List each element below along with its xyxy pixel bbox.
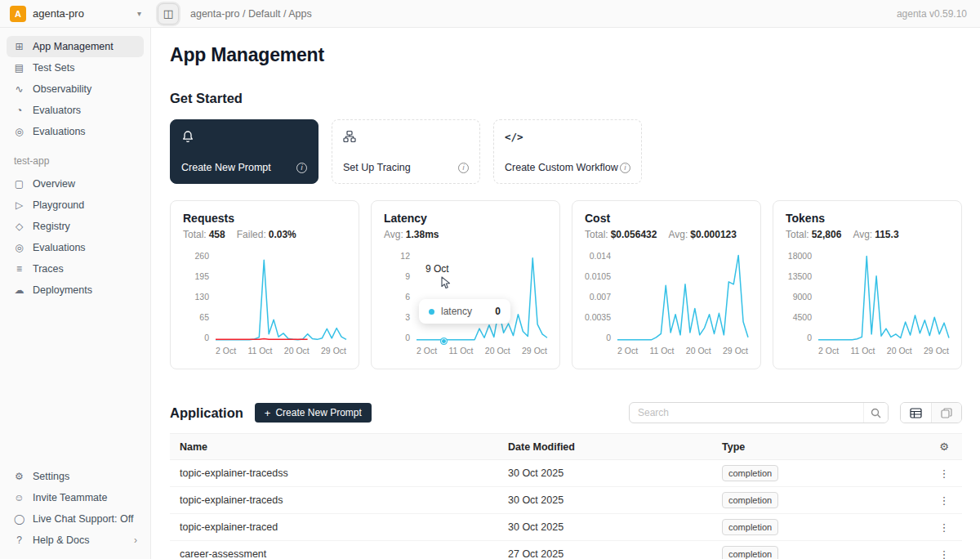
sidebar-item-invite-teammate[interactable]: ☺ Invite Teammate: [7, 487, 144, 508]
sidebar-item-label: Registry: [33, 221, 70, 232]
live-chat-icon: ◯: [13, 513, 25, 525]
table-view-button[interactable]: [901, 403, 931, 423]
row-more-button[interactable]: ⋮: [926, 494, 962, 507]
app-name: career-assessment: [170, 548, 498, 559]
sidebar-item-app-evaluations[interactable]: ◎ Evaluations: [7, 237, 144, 258]
sidebar-collapse-button[interactable]: ◫: [158, 3, 179, 25]
card-view-button[interactable]: [931, 403, 961, 423]
info-icon[interactable]: i: [296, 163, 307, 173]
app-type: completion: [712, 492, 926, 508]
app-date-modified: 27 Oct 2025: [498, 548, 712, 559]
evaluations-icon: ◎: [13, 242, 25, 253]
search-icon: [871, 408, 881, 418]
card-label: Create Custom Workflow: [505, 162, 618, 173]
overview-icon: ▢: [13, 178, 25, 190]
stat-title: Latency: [384, 212, 547, 225]
set-up-tracing-card[interactable]: Set Up Tracing i: [332, 119, 480, 184]
chart-plot[interactable]: [818, 252, 949, 342]
row-more-button[interactable]: ⋮: [926, 548, 962, 559]
app-date-modified: 30 Oct 2025: [498, 494, 712, 506]
info-icon[interactable]: i: [458, 163, 469, 173]
sidebar-item-label: Evaluations: [33, 126, 86, 137]
create-new-prompt-card[interactable]: Create New Prompt i: [170, 119, 318, 184]
create-new-prompt-button[interactable]: + Create New Prompt: [255, 403, 372, 423]
info-icon[interactable]: i: [620, 163, 630, 173]
series-dot-icon: [429, 309, 434, 315]
type-badge: completion: [722, 519, 778, 535]
sidebar-item-settings[interactable]: ⚙ Settings: [7, 466, 144, 487]
sidebar-item-playground[interactable]: ▷ Playground: [7, 195, 144, 216]
tokens-stat-card: Tokens Total:52,806 Avg:115.3 1800013500…: [773, 200, 962, 369]
app-type: completion: [712, 519, 926, 535]
gear-icon[interactable]: ⚙: [939, 440, 949, 453]
sidebar-item-live-chat[interactable]: ◯ Live Chat Support: Off: [7, 508, 144, 530]
stat-title: Cost: [585, 212, 748, 225]
stat-substat: Avg:115.3: [853, 229, 898, 240]
workspace-selector[interactable]: A agenta-pro ▾: [0, 6, 151, 22]
sidebar-item-test-sets[interactable]: ▤ Test Sets: [7, 57, 144, 78]
row-more-button[interactable]: ⋮: [926, 467, 962, 480]
tooltip-date: 9 Oct: [425, 263, 449, 275]
registry-icon: ◇: [13, 221, 25, 232]
column-header-type: Type: [712, 441, 926, 453]
sidebar-item-evaluators[interactable]: ◔ Evaluators: [7, 100, 144, 121]
app-version: agenta v0.59.10: [897, 8, 967, 20]
row-actions: ⋮: [926, 548, 962, 559]
sidebar-item-overview[interactable]: ▢ Overview: [7, 173, 144, 195]
stat-substat: Avg:1.38ms: [384, 229, 439, 240]
chart-plot[interactable]: [617, 252, 748, 342]
search-input[interactable]: [630, 403, 863, 423]
app-type: completion: [712, 465, 926, 481]
y-axis-labels: 1800013500900045000: [786, 252, 818, 342]
type-badge: completion: [722, 492, 778, 508]
row-more-button[interactable]: ⋮: [926, 521, 962, 534]
sidebar-item-deployments[interactable]: ☁ Deployments: [7, 280, 144, 301]
sidebar-item-label: Playground: [33, 199, 84, 211]
sidebar-item-label: Evaluations: [33, 242, 86, 253]
table-row[interactable]: topic-explainer-traceds 30 Oct 2025 comp…: [170, 487, 962, 514]
sidebar-item-label: Help & Docs: [33, 534, 89, 546]
evaluations-icon: ◎: [13, 126, 25, 137]
create-button-label: Create New Prompt: [275, 407, 361, 418]
app-name: topic-explainer-traceds: [170, 494, 498, 506]
get-started-heading: Get Started: [170, 91, 962, 106]
table-row[interactable]: career-assessment 27 Oct 2025 completion…: [170, 541, 962, 559]
app-name: topic-explainer-traced: [170, 521, 498, 533]
sidebar-item-app-management[interactable]: ⊞ App Management: [7, 36, 144, 57]
stat-substat: Failed:0.03%: [237, 229, 296, 240]
stat-substat: Avg:$0.000123: [668, 229, 737, 240]
chart-tooltip: latency 0: [419, 299, 510, 324]
get-started-cards: Create New Prompt i Set Up Tracing i: [170, 119, 962, 184]
column-header-date-modified: Date Modified: [498, 441, 712, 453]
sidebar-item-label: App Management: [33, 41, 114, 52]
hovered-point-dot: [441, 338, 447, 344]
sidebar-item-label: Traces: [33, 263, 64, 275]
table-row[interactable]: topic-explainer-traced 30 Oct 2025 compl…: [170, 514, 962, 541]
view-toggle: [900, 402, 962, 423]
application-header: Application + Create New Prompt: [170, 402, 962, 423]
requests-chart: 260195130650 2 Oct11 Oct20 Oct29 Oct: [183, 252, 346, 356]
app-date-modified: 30 Oct 2025: [498, 467, 712, 479]
tokens-chart: 1800013500900045000 2 Oct11 Oct20 Oct29 …: [786, 252, 949, 356]
x-axis-labels: 2 Oct11 Oct20 Oct29 Oct: [416, 346, 547, 356]
sidebar-item-traces[interactable]: ≡ Traces: [7, 258, 144, 280]
evaluators-icon: ◔: [13, 105, 25, 116]
chart-plot[interactable]: [216, 252, 346, 342]
plus-icon: +: [265, 408, 271, 418]
tooltip-value: 0: [495, 306, 501, 317]
sidebar-item-help-docs[interactable]: ? Help & Docs ›: [7, 530, 144, 551]
search-button[interactable]: [863, 403, 888, 423]
settings-icon: ⚙: [13, 471, 25, 482]
sidebar-item-observability[interactable]: ∿ Observability: [7, 78, 144, 100]
breadcrumb[interactable]: agenta-pro / Default / Apps: [190, 8, 312, 20]
y-axis-labels: 260195130650: [183, 252, 216, 342]
sidebar-item-registry[interactable]: ◇ Registry: [7, 216, 144, 237]
sidebar-item-evaluations[interactable]: ◎ Evaluations: [7, 121, 144, 142]
table-row[interactable]: topic-explainer-tracedss 30 Oct 2025 com…: [170, 460, 962, 487]
invite-teammate-icon: ☺: [13, 492, 25, 503]
card-label: Set Up Tracing: [343, 162, 411, 173]
workspace-name: agenta-pro: [33, 7, 84, 20]
sidebar-item-label: Settings: [33, 471, 69, 482]
sidebar: ⊞ App Management ▤ Test Sets ∿ Observabi…: [0, 28, 151, 559]
create-custom-workflow-card[interactable]: </> Create Custom Workflow i: [493, 119, 642, 184]
